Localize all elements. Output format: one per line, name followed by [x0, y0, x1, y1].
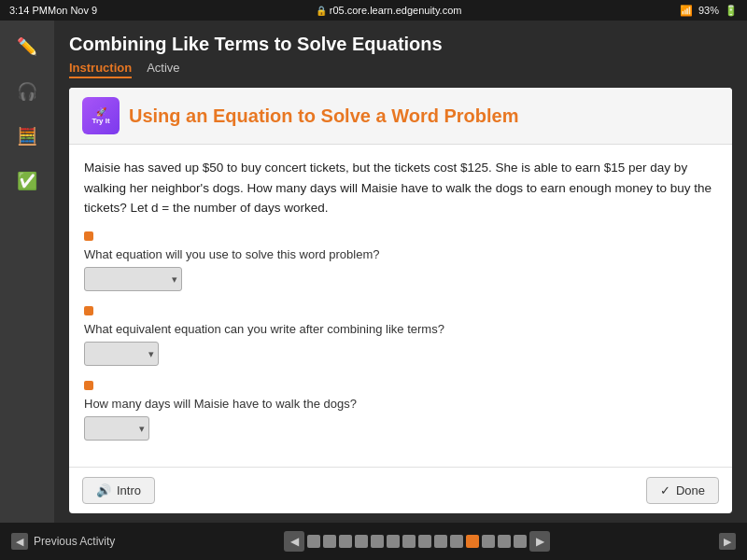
card-body: Maisie has saved up $50 to buy concert t… — [69, 145, 732, 467]
try-it-badge: 🚀 Try It — [82, 97, 120, 134]
nav-dot-13[interactable] — [514, 535, 527, 548]
intro-label: Intro — [117, 483, 141, 497]
dropdown-container-2: 15d = 75 15d = 175 65d = 125 — [84, 342, 159, 366]
bottom-bar: ◀ Previous Activity ◀ ▶ ▶ — [0, 523, 747, 560]
nav-dot-11[interactable] — [482, 535, 495, 548]
pencil-icon[interactable]: ✏️ — [10, 30, 44, 63]
question-block-2: What equivalent equation can you write a… — [84, 306, 717, 366]
dropdown-3[interactable]: 5 days 3 days 8 days — [84, 416, 149, 441]
url-display: r05.core.learn.edgenuity.com — [330, 5, 462, 16]
question-indicator-1 — [84, 231, 93, 241]
question-block-1: What equation will you use to solve this… — [84, 231, 717, 291]
status-time: 3:14 PM — [9, 5, 48, 16]
status-date: Mon Nov 9 — [48, 5, 97, 16]
done-icon: ✓ — [660, 483, 670, 497]
page-title: Combining Like Terms to Solve Equations — [69, 34, 732, 55]
card-footer: 🔊 Intro ✓ Done — [69, 467, 732, 513]
checkmark-icon[interactable]: ✅ — [10, 164, 44, 198]
tab-instruction[interactable]: Instruction — [69, 61, 132, 78]
dropdown-2[interactable]: 15d = 75 15d = 175 65d = 125 — [84, 342, 159, 366]
prev-arrow-icon: ◀ — [11, 533, 28, 550]
headphones-icon[interactable]: 🎧 — [10, 75, 44, 108]
nav-prev-arrow[interactable]: ◀ — [284, 531, 304, 552]
done-label: Done — [676, 483, 705, 497]
dropdown-container-3: 5 days 3 days 8 days — [84, 416, 149, 441]
dropdown-1[interactable]: 50 + 15d = 125 15d = 125 50d + 15 = 125 — [84, 267, 182, 291]
intro-button[interactable]: 🔊 Intro — [82, 477, 155, 504]
done-button[interactable]: ✓ Done — [646, 477, 719, 504]
next-activity-arrow[interactable]: ▶ — [719, 533, 736, 550]
nav-dot-6[interactable] — [402, 535, 416, 548]
problem-text: Maisie has saved up $50 to buy concert t… — [84, 158, 717, 218]
battery-display: 93% — [698, 5, 719, 16]
nav-dot-1[interactable] — [323, 535, 336, 548]
nav-dots: ◀ ▶ — [284, 531, 550, 552]
question-block-3: How many days will Maisie have to walk t… — [84, 381, 717, 441]
nav-dot-2[interactable] — [339, 535, 352, 548]
lock-icon: 🔒 — [316, 6, 327, 16]
nav-dot-10[interactable] — [466, 535, 479, 548]
question-indicator-3 — [84, 381, 93, 390]
status-right: 📶 93% 🔋 — [680, 5, 738, 17]
tab-bar: Instruction Active — [69, 61, 732, 78]
nav-dot-8[interactable] — [434, 535, 447, 548]
prev-label: Previous Activity — [34, 535, 115, 548]
intro-icon: 🔊 — [96, 483, 111, 497]
nav-dot-0[interactable] — [307, 535, 320, 548]
question-label-1: What equation will you use to solve this… — [84, 247, 717, 261]
battery-icon: 🔋 — [725, 5, 738, 17]
sidebar: ✏️ 🎧 🧮 ✅ — [0, 21, 54, 523]
nav-next-arrow[interactable]: ▶ — [529, 531, 550, 552]
badge-icon: 🚀 — [96, 107, 106, 117]
nav-dot-12[interactable] — [498, 535, 511, 548]
card-header: 🚀 Try It Using an Equation to Solve a Wo… — [69, 88, 732, 145]
question-label-3: How many days will Maisie have to walk t… — [84, 397, 717, 411]
nav-dot-9[interactable] — [450, 535, 463, 548]
main-area: Combining Like Terms to Solve Equations … — [54, 21, 747, 523]
nav-dot-3[interactable] — [355, 535, 368, 548]
dropdown-container-1: 50 + 15d = 125 15d = 125 50d + 15 = 125 — [84, 267, 182, 291]
badge-label: Try It — [92, 117, 109, 125]
nav-dot-4[interactable] — [371, 535, 384, 548]
wifi-icon: 📶 — [680, 5, 693, 17]
prev-activity[interactable]: ◀ Previous Activity — [11, 533, 115, 550]
tab-active[interactable]: Active — [147, 61, 179, 78]
card-heading: Using an Equation to Solve a Word Proble… — [129, 105, 518, 127]
nav-dot-7[interactable] — [418, 535, 431, 548]
content-card: 🚀 Try It Using an Equation to Solve a Wo… — [69, 88, 732, 513]
question-indicator-2 — [84, 306, 93, 315]
calculator-icon[interactable]: 🧮 — [10, 119, 44, 153]
status-bar: 3:14 PM Mon Nov 9 🔒 r05.core.learn.edgen… — [0, 0, 747, 21]
question-label-2: What equivalent equation can you write a… — [84, 322, 717, 336]
nav-dot-5[interactable] — [387, 535, 400, 548]
